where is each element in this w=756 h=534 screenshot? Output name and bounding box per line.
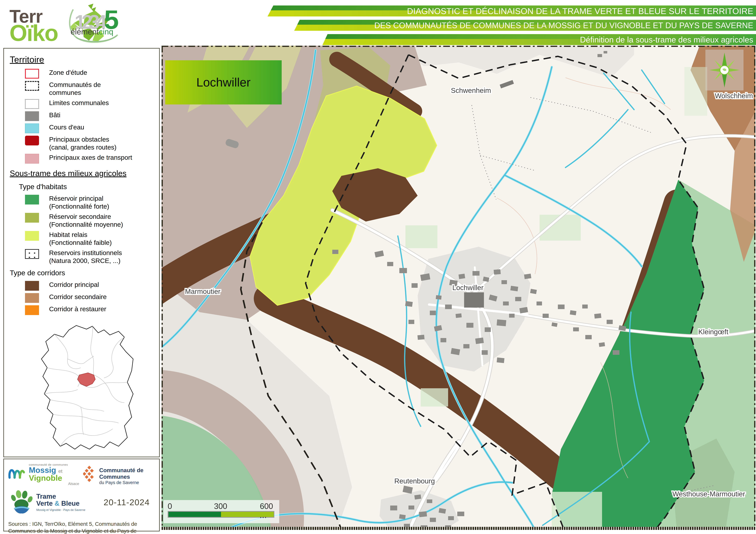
legend-territoire-title: Territoire [10,54,154,64]
legend-label: Habitat relais(Fonctionnalité faible) [49,231,112,247]
map-title-box: Lochwiller [165,60,282,104]
credits-panel: communauté de communes Mossig et Vignobl… [3,459,160,531]
legend-item-reservoir-secondaire: Réservoir secondaire(Fonctionnalité moye… [25,213,154,229]
tvb-line1: Trame [36,493,85,500]
legend-soustrame-title: Sous-trame des milieux agricoles [10,169,154,178]
title-banners: DIAGNOSTIC ET DÉCLINAISON DE LA TRAME VE… [267,6,756,48]
mossig-region: Alsace [29,482,79,486]
swatch-limites [25,99,39,109]
scale-300: 300 [214,501,227,511]
swatch-transport [25,154,39,164]
label-kleingoeft: Kleingœft [698,328,728,336]
legend-label: Bâti [49,111,60,119]
legend-habitats-title: Type d'habitats [19,182,154,191]
mossig-et: et [58,469,63,474]
legend-label: Réservoir principal(Fonctionnalité forte… [49,194,109,211]
legend-label: Zone d'étude [49,68,87,76]
map-border-top [162,46,755,47]
label-schwenheim: Schwenheim [451,87,491,94]
inset-territory-outline [41,325,133,449]
legend-item-habitat-relais: Habitat relais(Fonctionnalité faible) [25,231,154,247]
element5-word2: cinq [99,27,113,36]
scale-segment-2 [221,512,274,517]
scale-bar: 0 300 600 m [163,500,279,523]
mossig-name1: Mossig [29,466,56,474]
legend-label: Réservoir secondaire(Fonctionnalité moye… [49,213,123,229]
legend-label: Principaux axes de transport [49,153,132,162]
legend-item-reservoir-principal: Réservoir principal(Fonctionnalité forte… [25,194,154,211]
map-graphics: Schwenheim Lochwiller Marmoutier Wolschh… [162,46,755,530]
label-wolschheim: Wolschheim [715,92,753,100]
compass-rose [705,50,743,90]
map-canvas: Schwenheim Lochwiller Marmoutier Wolschh… [162,46,755,530]
legend-label-line2: (canal, grandes routes) [49,143,117,151]
legend-corridors-title: Type de corridors [10,268,154,277]
map-border-bottom [162,527,755,530]
saverne-line2: du Pays de Saverne [99,480,155,485]
scale-segment-1 [169,512,221,517]
label-marmoutier: Marmoutier [185,288,221,295]
tvb-amp: & [55,499,60,507]
trame-verte-bleue-logo: Trame Verte & Bleue Mossig et Vignoble -… [36,493,85,512]
legend-label: Reservoirs institutionnels(Natura 2000, … [49,249,122,265]
tvb-bleue: Bleue [61,499,80,507]
banner-title-1-text: DIAGNOSTIC ET DÉCLINAISON DE LA TRAME VE… [407,6,756,16]
legend-label-line2: (Natura 2000, SRCE, ...) [49,257,121,264]
map-border-right [754,46,755,530]
legend-label: Limites communales [49,99,109,107]
swatch-corridor-secondaire [25,293,39,303]
map-border-left [162,46,163,530]
legend-item-limites: Limites communales [25,99,154,109]
swatch-corridor-principal [25,281,39,291]
legend-label-line2: (Fonctionnalité moyenne) [49,221,123,228]
swatch-cours-eau [25,123,39,133]
mossig-vignoble-monogram-icon [8,463,25,481]
inset-locator-map [15,321,149,452]
legend-item-bati: Bâti [25,111,154,121]
label-lochwiller: Lochwiller [452,284,484,292]
pays-saverne-diamonds-icon [83,463,95,486]
element5-logo: 12345 élémentcinq [69,4,120,42]
legend-label: Corridor principal [49,281,99,289]
legend-label: Communautés decommunes [49,81,101,97]
map-title-text: Lochwiller [196,75,251,89]
legend-label-line1: Principaux obstacles [49,136,109,143]
legend-label: Corridor à restaurer [49,305,106,313]
mossig-vignoble-logo: communauté de communes Mossig et Vignobl… [29,463,79,486]
element5-wordmark: élémentcinq [70,27,113,36]
banner-title-2: DES COMMUNAUTÉS DE COMMUNES DE LA MOSSIG… [294,20,756,31]
sources-text: Sources : IGN, TerrOïko, Elément 5, Comm… [8,521,151,534]
terroiko-logo-text2: Oïko [10,24,58,42]
swatch-obstacles [25,136,39,145]
legend-label-line1: Communautés de [49,81,101,88]
legend-item-obstacles: Principaux obstacles(canal, grandes rout… [25,135,154,151]
swatch-reservoir-secondaire [25,213,39,223]
legend-item-reservoirs-institutionnels: Reservoirs institutionnels(Natura 2000, … [25,249,154,265]
swatch-corridor-restaurer [25,305,39,315]
legend-label-line1: Habitat relais [49,231,87,238]
label-westhouse-marmoutier: Westhouse-Marmoutier [672,490,745,498]
banner-subtitle-text: Définition de la sous-trame des milieux … [580,35,756,44]
legend-label-line1: Réservoir secondaire [49,213,111,220]
swatch-reservoir-principal [25,195,39,205]
legend-label-line2: communes [49,89,81,96]
legend-item-corridor-secondaire: Corridor secondaire [25,293,154,303]
tvb-verte: Verte [36,499,53,507]
legend-item-communautes: Communautés decommunes [25,81,154,97]
legend-label-line2: (Fonctionnalité forte) [49,203,109,210]
legend-panel: Territoire Zone d'étude Communautés deco… [3,48,160,457]
map-date: 20-11-2024 [104,497,150,507]
label-reutenbourg: Reutenbourg [394,477,435,485]
legend-label: Principaux obstacles(canal, grandes rout… [49,135,117,151]
swatch-reservoirs-institutionnels [25,249,39,259]
swatch-habitat-relais [25,231,39,241]
scale-600: 600 m [260,501,275,511]
legend-label: Cours d'eau [49,123,84,131]
legend-label-line1: Reservoirs institutionnels [49,249,122,256]
scale-0: 0 [168,501,169,511]
trame-verte-bleue-paw-icon [8,490,34,514]
banner-title-1: DIAGNOSTIC ET DÉCLINAISON DE LA TRAME VE… [267,6,756,16]
compass-icon [709,53,741,88]
banner-subtitle: Définition de la sous-trame des milieux … [322,34,756,45]
swatch-bati [25,111,39,121]
